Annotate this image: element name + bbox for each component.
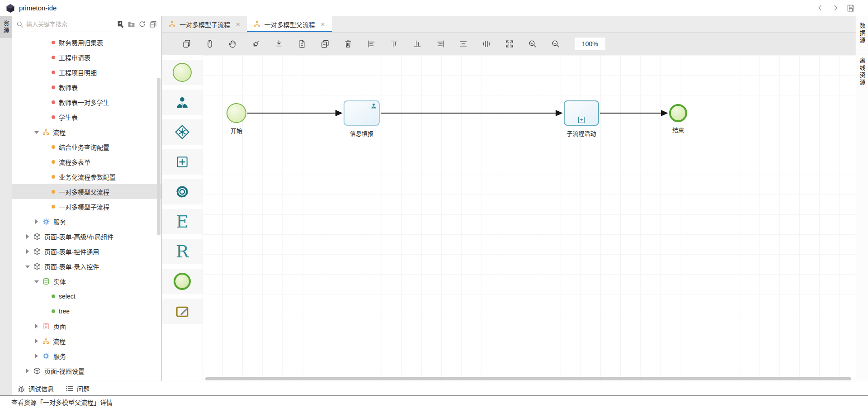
tree-item[interactable]: 页面-表单-高级/布局组件	[12, 229, 161, 244]
zoom-level[interactable]: 100%	[575, 38, 605, 50]
download-button[interactable]	[274, 39, 284, 49]
debug-info-tab[interactable]: 调试信息	[17, 384, 54, 393]
tree-item[interactable]: 业务化流程参数配置	[12, 169, 161, 184]
tree-item-label: 财务费用归集表	[59, 38, 103, 47]
chevron-right-icon[interactable]	[25, 369, 30, 373]
problems-tab[interactable]: 问题	[66, 384, 90, 393]
tree-item[interactable]: 页面-表单-录入控件	[12, 259, 161, 274]
palette-item-end-event[interactable]	[162, 269, 203, 294]
canvas-horizontal-scrollbar[interactable]	[205, 377, 851, 380]
duplicate-button[interactable]	[320, 39, 330, 49]
chevron-right-icon[interactable]	[34, 339, 39, 343]
chevron-right-icon[interactable]	[25, 249, 30, 254]
zoom-out-button[interactable]	[551, 39, 561, 49]
diagram-canvas[interactable]: 开始信息填报+子流程活动结束	[203, 55, 856, 381]
align-top-button[interactable]	[389, 39, 399, 49]
tree-item[interactable]: 工程申请表	[12, 50, 161, 65]
copy-style-button[interactable]	[182, 39, 192, 49]
tree-item[interactable]: 财务费用归集表	[12, 35, 161, 50]
zoom-in-button[interactable]	[528, 39, 538, 49]
tree-item[interactable]: 一对多模型父流程	[12, 184, 161, 199]
bullet-icon	[52, 205, 55, 209]
delete-button[interactable]	[343, 39, 353, 49]
right-rail-tab-offline-resources[interactable]: 离线资源	[856, 51, 868, 93]
tree-item[interactable]: 工程项目明细	[12, 65, 161, 80]
tree-item[interactable]: 流程	[12, 333, 161, 348]
flow-icon	[42, 128, 49, 135]
collapse-all-button[interactable]	[149, 20, 157, 28]
tree-item-label: 页面-视图设置	[44, 366, 85, 375]
diagram-node-user-task[interactable]	[344, 100, 380, 126]
tree-item[interactable]: 教师表一对多学生	[12, 95, 161, 109]
tree-item[interactable]: 结合业务查询配置	[12, 139, 161, 154]
tree-item[interactable]: 页面-视图设置	[12, 363, 161, 378]
chevron-down-icon[interactable]	[34, 279, 39, 284]
pointer-button[interactable]	[205, 39, 215, 49]
bullet-icon	[52, 309, 55, 313]
diagram-node-end[interactable]	[669, 104, 687, 122]
pan-button[interactable]	[228, 39, 238, 49]
tree-item[interactable]: tree	[12, 304, 161, 318]
status-bar: 查看资源「一对多模型父流程」详情	[0, 395, 868, 408]
search-input[interactable]	[26, 21, 113, 28]
palette-item-start-event[interactable]	[162, 60, 203, 85]
tree-item[interactable]: 服务	[12, 214, 161, 229]
diagram-node-subprocess[interactable]: +	[564, 100, 599, 126]
palette-item-entity-e[interactable]: E	[162, 209, 203, 234]
palette-item-entity-r[interactable]: R	[162, 239, 203, 264]
align-bottom-button[interactable]	[412, 39, 422, 49]
new-folder-button[interactable]	[127, 20, 135, 28]
tree-item[interactable]: 学生表	[12, 109, 161, 124]
close-icon[interactable]: ×	[321, 20, 325, 28]
diagram-node-start[interactable]	[226, 103, 246, 123]
tree-scrollbar[interactable]	[157, 78, 160, 235]
user-task-badge-icon	[370, 103, 377, 109]
tree-item[interactable]: 流程多表单	[12, 154, 161, 169]
tree-item-label: 服务	[53, 217, 66, 226]
tree-item[interactable]: 一对多模型子流程	[12, 199, 161, 214]
nav-back-button[interactable]	[816, 4, 824, 12]
chevron-right-icon[interactable]	[34, 354, 39, 358]
clear-button[interactable]	[251, 39, 261, 49]
chevron-right-icon[interactable]	[34, 324, 39, 328]
tree-item-label: 页面-表单-录入控件	[44, 262, 99, 271]
editor-tab[interactable]: 一对多模型子流程×	[162, 16, 247, 32]
palette-item-annotation[interactable]	[162, 299, 203, 324]
palette-item-gateway[interactable]	[162, 119, 203, 145]
diagram-toolbar: 100%	[162, 33, 856, 55]
nav-forward-button[interactable]	[831, 4, 839, 12]
tree-item-label: 教师表一对多学生	[59, 98, 109, 107]
tree-item[interactable]: 服务	[12, 348, 161, 363]
chevron-right-icon[interactable]	[25, 234, 30, 239]
palette-item-subprocess[interactable]	[162, 149, 203, 175]
editor-tab[interactable]: 一对多模型父流程×	[247, 16, 332, 32]
chevron-down-icon[interactable]	[25, 264, 30, 269]
tree-item[interactable]: 教师表	[12, 80, 161, 95]
align-right-button[interactable]	[435, 39, 445, 49]
package-icon	[33, 263, 41, 270]
fit-view-button[interactable]	[505, 39, 514, 49]
align-left-button[interactable]	[366, 39, 376, 49]
palette-item-user-task[interactable]	[162, 90, 203, 115]
right-rail-tab-datasource[interactable]: 数据源	[856, 16, 868, 51]
bottom-tab-label: 问题	[77, 384, 90, 393]
palette-item-service-task[interactable]	[162, 179, 203, 204]
tab-label: 一对多模型子流程	[179, 20, 230, 29]
document-button[interactable]	[297, 39, 307, 49]
expand-subprocess-icon[interactable]: +	[578, 117, 585, 123]
bullet-icon	[52, 71, 55, 74]
close-icon[interactable]: ×	[236, 20, 240, 28]
tree-item[interactable]: 实体	[12, 274, 161, 289]
refresh-button[interactable]	[138, 20, 146, 28]
align-center-horizontal-button[interactable]	[458, 39, 468, 49]
chevron-down-icon[interactable]	[34, 130, 39, 134]
tree-item[interactable]: select	[12, 289, 161, 304]
left-rail-tab-resources[interactable]: 资源	[0, 16, 12, 38]
save-button[interactable]	[846, 4, 855, 13]
tree-item[interactable]: 流程	[12, 124, 161, 139]
tree-item[interactable]: 页面-表单-控件通用	[12, 244, 161, 259]
import-resource-button[interactable]	[117, 20, 124, 28]
tree-item[interactable]: 页面	[12, 318, 161, 333]
distribute-vertical-button[interactable]	[481, 39, 491, 49]
chevron-right-icon[interactable]	[34, 219, 39, 224]
